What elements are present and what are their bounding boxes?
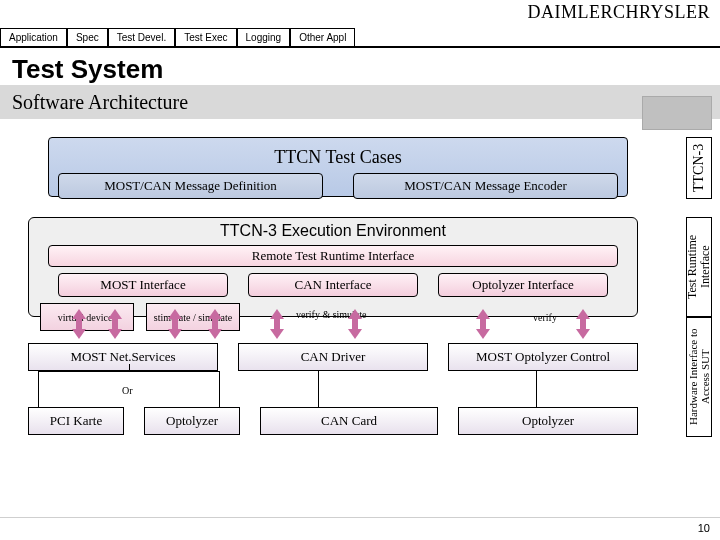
arrow-icon	[476, 309, 490, 339]
box-remote-tri: Remote Test Runtime Interface	[48, 245, 618, 267]
page-title: Test System	[0, 54, 720, 85]
box-can-card: CAN Card	[260, 407, 438, 435]
box-pci-karte: PCI Karte	[28, 407, 124, 435]
arrow-icon	[208, 309, 222, 339]
connector-line	[318, 371, 319, 407]
page-subtitle: Software Architecture	[12, 91, 188, 114]
tab-spec[interactable]: Spec	[67, 28, 108, 46]
box-most-netservices: MOST Net.Services	[28, 343, 218, 371]
arrow-icon	[348, 309, 362, 339]
box-optolyzer-1: Optolyzer	[144, 407, 240, 435]
box-stimulate-simulate: stimulate / simulate	[146, 303, 240, 331]
side-label-tri: Test Runtime Interface	[686, 217, 712, 317]
arrow-icon	[168, 309, 182, 339]
label: TTCN Test Cases	[274, 147, 401, 168]
brand-logo: DAIMLERCHRYSLER	[527, 2, 710, 23]
arrow-icon	[72, 309, 86, 339]
box-msg-definition: MOST/CAN Message Definition	[58, 173, 323, 199]
arrow-icon	[576, 309, 590, 339]
box-can-interface: CAN Interface	[248, 273, 418, 297]
label: TTCN-3 Execution Environment	[220, 222, 446, 240]
box-exec-env: TTCN-3 Execution Environment	[28, 217, 638, 317]
tab-test-exec[interactable]: Test Exec	[175, 28, 236, 46]
arrow-icon	[108, 309, 122, 339]
tab-test-devel[interactable]: Test Devel.	[108, 28, 175, 46]
side-label-ttcn3: TTCN-3	[686, 137, 712, 199]
box-optolyzer-2: Optolyzer	[458, 407, 638, 435]
tab-bar: Application Spec Test Devel. Test Exec L…	[0, 28, 720, 48]
tab-logging[interactable]: Logging	[237, 28, 291, 46]
box-msg-encoder: MOST/CAN Message Encoder	[353, 173, 618, 199]
box-optolyzer-control: MOST Optolyzer Control	[448, 343, 638, 371]
page-number: 10	[698, 522, 710, 534]
box-most-interface: MOST Interface	[58, 273, 228, 297]
arrow-icon	[270, 309, 284, 339]
side-label-hw: Hardware Interface to Access SUT	[686, 317, 712, 437]
connector-line	[536, 371, 537, 407]
footer-rule	[0, 517, 720, 518]
label-or: Or	[122, 385, 133, 396]
tab-application[interactable]: Application	[0, 28, 67, 46]
tab-other-appl[interactable]: Other Appl	[290, 28, 355, 46]
box-optolyzer-interface: Optolyzer Interface	[438, 273, 608, 297]
box-can-driver: CAN Driver	[238, 343, 428, 371]
label-verify: verify	[533, 312, 557, 323]
architecture-diagram: TTCN Test Cases MOST/CAN Message Definit…	[8, 137, 712, 497]
decorative-photo	[642, 96, 712, 130]
